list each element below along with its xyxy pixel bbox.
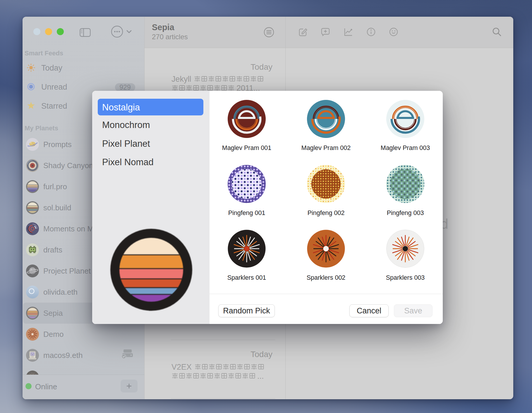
svg-text:V2EX: V2EX <box>171 363 192 371</box>
svg-text:Jekyll: Jekyll <box>171 75 191 83</box>
svg-text:...: ... <box>257 372 264 380</box>
